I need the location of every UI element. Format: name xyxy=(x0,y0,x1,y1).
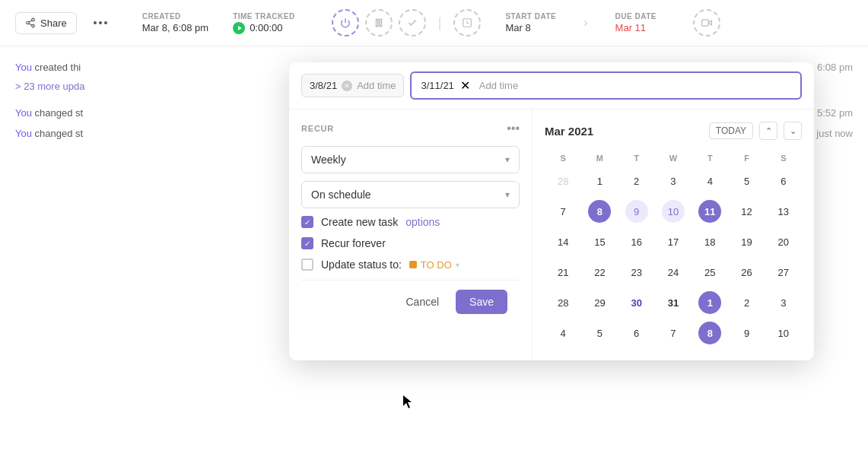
calendar-day-cell[interactable]: 8 xyxy=(581,196,618,227)
end-date-input[interactable]: 3/11/21 ✕ Add time xyxy=(410,71,802,100)
create-task-checkbox[interactable] xyxy=(301,216,313,228)
save-button[interactable]: Save xyxy=(456,290,507,314)
calendar-day-cell[interactable]: 20 xyxy=(765,227,802,257)
calendar-day-cell[interactable]: 28 xyxy=(545,287,581,318)
today-button[interactable]: TODAY xyxy=(709,122,753,139)
cal-day-header: T xyxy=(692,151,728,166)
calendar-day-cell[interactable]: 1 xyxy=(692,287,728,318)
calendar-day-cell[interactable]: 5 xyxy=(728,166,765,196)
update-status-checkbox[interactable] xyxy=(301,258,313,271)
calendar-day-cell[interactable]: 4 xyxy=(692,166,728,196)
end-date-clear[interactable]: ✕ xyxy=(460,78,470,93)
calendar-day-cell[interactable]: 3 xyxy=(655,166,692,196)
status-value: TO DO xyxy=(421,259,452,271)
start-add-time[interactable]: Add time xyxy=(357,80,396,91)
calendar-day-cell[interactable]: 31 xyxy=(655,287,692,318)
dot1 xyxy=(94,21,97,24)
end-add-time[interactable]: Add time xyxy=(479,80,518,91)
calendar-day-cell[interactable]: 21 xyxy=(545,257,581,287)
calendar-day-cell[interactable]: 25 xyxy=(692,257,728,287)
video-icon[interactable] xyxy=(693,9,720,36)
calendar-day-cell[interactable]: 18 xyxy=(692,227,728,257)
calendar-day-cell[interactable]: 17 xyxy=(655,227,692,257)
options-link[interactable]: options xyxy=(405,216,440,228)
pause-status-icon[interactable] xyxy=(365,9,393,36)
schedule-value: On schedule xyxy=(311,189,371,201)
calendar-day-cell[interactable]: 28 xyxy=(545,166,581,196)
calendar-day: 23 xyxy=(625,261,648,284)
update-status-label: Update status to: xyxy=(321,258,402,271)
calendar-day: 10 xyxy=(772,322,795,344)
frequency-dropdown[interactable]: Weekly ▾ xyxy=(301,146,520,173)
start-date-clear[interactable]: ✕ xyxy=(342,81,352,91)
cal-day-header: M xyxy=(581,151,618,166)
schedule-dropdown[interactable]: On schedule ▾ xyxy=(301,181,520,208)
calendar-day: 2 xyxy=(736,291,758,314)
next-month-button[interactable]: ⌄ xyxy=(784,122,802,140)
calendar-day-cell[interactable]: 6 xyxy=(618,318,655,348)
calendar-day-cell[interactable]: 6 xyxy=(765,166,802,196)
due-date-group[interactable]: DUE DATE Mar 11 xyxy=(615,12,657,33)
calendar-day-cell[interactable]: 10 xyxy=(765,318,802,348)
status-badge[interactable]: TO DO ▾ xyxy=(409,259,459,271)
cal-day-header: S xyxy=(765,151,802,166)
calendar-day-cell[interactable]: 9 xyxy=(618,196,655,227)
dot3 xyxy=(104,21,107,24)
calendar-day-cell[interactable]: 10 xyxy=(655,196,692,227)
calendar-day-cell[interactable]: 13 xyxy=(765,196,802,227)
calendar-day-cell[interactable]: 23 xyxy=(618,257,655,287)
share-button[interactable]: Share xyxy=(15,12,77,34)
calendar-day-cell[interactable]: 29 xyxy=(581,287,618,318)
calendar-day-cell[interactable]: 16 xyxy=(618,227,655,257)
calendar-day-cell[interactable]: 22 xyxy=(581,257,618,287)
calendar-day-cell[interactable]: 8 xyxy=(692,318,728,348)
share-label: Share xyxy=(40,17,67,29)
start-date-label: START DATE xyxy=(505,12,556,21)
calendar-day: 1 xyxy=(698,291,721,314)
calendar-day-cell[interactable]: 30 xyxy=(618,287,655,318)
calendar-day-cell[interactable]: 2 xyxy=(618,166,655,196)
calendar-day-cell[interactable]: 1 xyxy=(581,166,618,196)
power-status-icon[interactable] xyxy=(332,9,359,36)
calendar-day: 21 xyxy=(552,261,574,284)
calendar-day-cell[interactable]: 11 xyxy=(692,196,728,227)
cancel-button[interactable]: Cancel xyxy=(395,290,450,314)
time-tracked-label: TIME TRACKED xyxy=(233,12,295,21)
timer-status-icon[interactable] xyxy=(453,9,481,36)
calendar-day-cell[interactable]: 5 xyxy=(581,318,618,348)
calendar-day-cell[interactable]: 27 xyxy=(765,257,802,287)
due-date-value: Mar 11 xyxy=(615,22,657,33)
calendar-day: 24 xyxy=(662,261,685,284)
svg-marker-11 xyxy=(708,21,711,25)
calendar-day-cell[interactable]: 19 xyxy=(728,227,765,257)
calendar-day-cell[interactable]: 15 xyxy=(581,227,618,257)
calendar-day-cell[interactable]: 2 xyxy=(728,287,765,318)
prev-month-button[interactable]: ⌃ xyxy=(759,122,777,140)
svg-point-1 xyxy=(27,21,30,24)
calendar-day: 9 xyxy=(736,322,758,344)
update-status-row: Update status to: TO DO ▾ xyxy=(301,258,520,271)
calendar-day-cell[interactable]: 7 xyxy=(655,318,692,348)
recur-more-button[interactable]: ••• xyxy=(507,122,520,135)
recur-forever-checkbox[interactable] xyxy=(301,237,313,249)
calendar-day-cell[interactable]: 24 xyxy=(655,257,692,287)
calendar-day-cell[interactable]: 26 xyxy=(728,257,765,287)
more-options-button[interactable] xyxy=(89,17,112,29)
create-task-row: Create new task options xyxy=(301,216,520,228)
create-task-label: Create new task xyxy=(321,216,398,228)
cal-day-header: W xyxy=(655,151,692,166)
calendar-day-cell[interactable]: 14 xyxy=(545,227,581,257)
time-tracked-value: 0:00:00 xyxy=(250,22,282,33)
calendar-day-cell[interactable]: 3 xyxy=(765,287,802,318)
created-group: CREATED Mar 8, 6:08 pm xyxy=(142,12,208,33)
start-date-group[interactable]: START DATE Mar 8 xyxy=(505,12,556,33)
start-date-pill[interactable]: 3/8/21 ✕ Add time xyxy=(301,74,404,97)
check-status-icon[interactable] xyxy=(399,9,426,36)
status-square-icon xyxy=(409,261,417,268)
play-icon[interactable] xyxy=(233,22,245,34)
calendar-day-cell[interactable]: 4 xyxy=(545,318,581,348)
calendar-day-cell[interactable]: 12 xyxy=(728,196,765,227)
popup-footer: Cancel Save xyxy=(301,280,520,323)
calendar-day-cell[interactable]: 7 xyxy=(545,196,581,227)
calendar-day-cell[interactable]: 9 xyxy=(728,318,765,348)
